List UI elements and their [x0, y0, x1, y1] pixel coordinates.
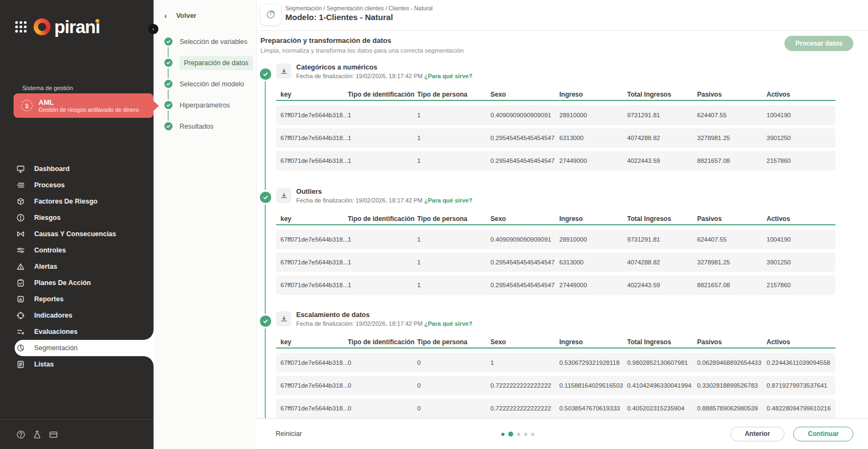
restart-button[interactable]: Reiniciar: [276, 430, 302, 438]
risks-icon: [16, 213, 25, 222]
table-cell: 1: [348, 282, 417, 288]
section-meta: Fecha de finalización: 19/02/2026, 18:17…: [296, 320, 473, 327]
download-button[interactable]: [276, 64, 291, 79]
table-cell: 1: [490, 359, 559, 366]
table-cell: 27449000: [559, 282, 627, 288]
sidebar-item-indicadores[interactable]: Indicadores: [0, 307, 154, 324]
sidebar-item-listas[interactable]: Listas: [0, 356, 154, 372]
pagination-dot-active[interactable]: [508, 432, 513, 437]
table-cell: 1004190: [767, 236, 835, 243]
table-cell: 4022443.59: [627, 282, 697, 288]
back-button[interactable]: ‹ Volver: [164, 11, 196, 20]
continue-button[interactable]: Continuar: [793, 427, 853, 441]
table-cell: 1: [348, 259, 417, 265]
action-plans-icon: [16, 279, 25, 287]
data-table: keyTipo de identificaciónTipo de persona…: [276, 213, 835, 295]
download-button[interactable]: [276, 311, 291, 326]
table-cell: 1: [348, 135, 417, 141]
pagination-dot[interactable]: [517, 433, 520, 436]
sidebar-item-dashboard[interactable]: Dashboard: [0, 161, 154, 177]
table-cell: 0.405202315235904: [627, 405, 697, 412]
table-row: 67ff071de7e5644b318...110.40909090909090…: [276, 105, 835, 125]
table-cell: 0.8719279973537641: [767, 382, 835, 389]
apps-grid-icon[interactable]: [15, 21, 27, 33]
table-cell: 67ff071de7e5644b318...: [276, 135, 348, 141]
table-cell: 624407.55: [697, 112, 767, 118]
column-header: Tipo de identificación: [348, 338, 417, 346]
sidebar-item-controles[interactable]: Controles: [0, 242, 154, 258]
table-cell: 4074288.82: [627, 259, 697, 265]
sidebar-menu: Dashboard Procesos Factores De Riesgo Ri…: [0, 161, 154, 372]
sidebar-item-segmentacion[interactable]: Segmentación: [15, 340, 154, 356]
aml-module-card[interactable]: $ AML Gestión de riesgos antilavado de d…: [14, 93, 154, 118]
section-group-title: Preparación y transformación de datos: [260, 36, 391, 45]
pagination-dot[interactable]: [501, 433, 505, 436]
table-row: 67ff071de7e5644b318...110.29545454545454…: [276, 128, 835, 148]
table-row: 67ff071de7e5644b318...110.29545454545454…: [276, 275, 835, 295]
table-cell: 6313000: [559, 135, 627, 141]
billing-card-icon[interactable]: [49, 430, 58, 439]
sidebar-item-factores-de-riesgo[interactable]: Factores De Riesgo: [0, 193, 154, 210]
pie-chart-icon: [260, 4, 281, 25]
aml-subtitle: Gestión de riesgos antilavado de dinero: [39, 106, 139, 113]
previous-button[interactable]: Anterior: [730, 427, 785, 441]
column-header: Activos: [767, 215, 835, 223]
chevron-left-icon: ‹: [164, 11, 167, 20]
table-cell: 67ff071de7e5644b318...: [276, 382, 348, 389]
column-header: Total Ingresos: [627, 215, 697, 223]
sidebar-item-procesos[interactable]: Procesos: [0, 177, 154, 193]
step-preparacion-de-datos[interactable]: Preparación de datos: [164, 52, 253, 73]
step-seleccion-del-modelo[interactable]: Selección del modelo: [164, 73, 253, 94]
table-cell: 1004190: [767, 112, 835, 118]
table-header-row: keyTipo de identificaciónTipo de persona…: [276, 89, 835, 101]
table-cell: 2157860: [767, 282, 835, 288]
table-body: 67ff071de7e5644b318...0010.5306729321928…: [276, 353, 835, 418]
table-cell: 624407.55: [697, 236, 767, 243]
table-cell: 2157860: [767, 157, 835, 164]
reports-icon: [16, 295, 25, 303]
table-cell: 0.5306729321928118: [559, 359, 627, 366]
table-cell: 1: [348, 236, 417, 243]
table-cell: 4022443.59: [627, 157, 697, 164]
sidebar-item-planes-de-accion[interactable]: Planes De Acción: [0, 275, 154, 291]
help-icon[interactable]: [16, 430, 25, 439]
sidebar-item-reportes[interactable]: Reportes: [0, 291, 154, 307]
table-cell: 8821657.08: [697, 157, 767, 164]
table-cell: 67ff071de7e5644b318...: [276, 359, 348, 366]
step-resultados[interactable]: Resultados: [164, 116, 253, 137]
column-header: Tipo de persona: [417, 91, 490, 98]
pagination-dot[interactable]: [531, 433, 534, 436]
indicators-icon: [16, 311, 25, 320]
help-link[interactable]: ¿Para qué sirve?: [424, 73, 473, 79]
column-header: Tipo de persona: [417, 215, 490, 223]
help-link[interactable]: ¿Para qué sirve?: [424, 320, 473, 327]
lab-flask-icon[interactable]: [33, 430, 42, 439]
step-hiperparametros[interactable]: Hiperparámetros: [164, 94, 253, 116]
process-data-button[interactable]: Procesar datos: [784, 36, 853, 51]
table-cell: 4074288.82: [627, 135, 697, 141]
logo-yellow-dot: [95, 19, 99, 23]
table-cell: 67ff071de7e5644b318...: [276, 157, 348, 164]
controls-icon: [16, 246, 25, 255]
column-header: Ingreso: [559, 91, 627, 98]
table-cell: 1: [417, 135, 490, 141]
table-cell: 0.41042496330041994: [627, 382, 697, 389]
sidebar-item-evaluaciones[interactable]: Evaluaciones: [0, 324, 154, 340]
step-seleccion-de-variables[interactable]: Selección de variables: [164, 31, 253, 52]
sidebar-collapse-button[interactable]: ‹: [148, 24, 158, 34]
table-cell: 9731291.81: [627, 236, 697, 243]
table-cell: 27449000: [559, 157, 627, 164]
sidebar-item-alertas[interactable]: Alertas: [0, 258, 154, 275]
help-link[interactable]: ¿Para qué sirve?: [424, 197, 473, 204]
sidebar-item-riesgos[interactable]: Riesgos: [0, 210, 154, 226]
download-button[interactable]: [276, 188, 291, 203]
table-cell: 0.22443611039094558: [767, 359, 835, 366]
pagination-dot[interactable]: [524, 433, 527, 436]
table-body: 67ff071de7e5644b318...110.40909090909090…: [276, 105, 835, 170]
sidebar-item-causas-y-consecuencias[interactable]: Causas Y Consecuencias: [0, 226, 154, 242]
table-row: 67ff071de7e5644b318...110.29545454545454…: [276, 151, 835, 170]
column-header: Total Ingresos: [627, 91, 697, 98]
column-header: Ingreso: [559, 338, 627, 346]
column-header: Activos: [767, 338, 835, 346]
table-cell: 0: [348, 405, 417, 412]
